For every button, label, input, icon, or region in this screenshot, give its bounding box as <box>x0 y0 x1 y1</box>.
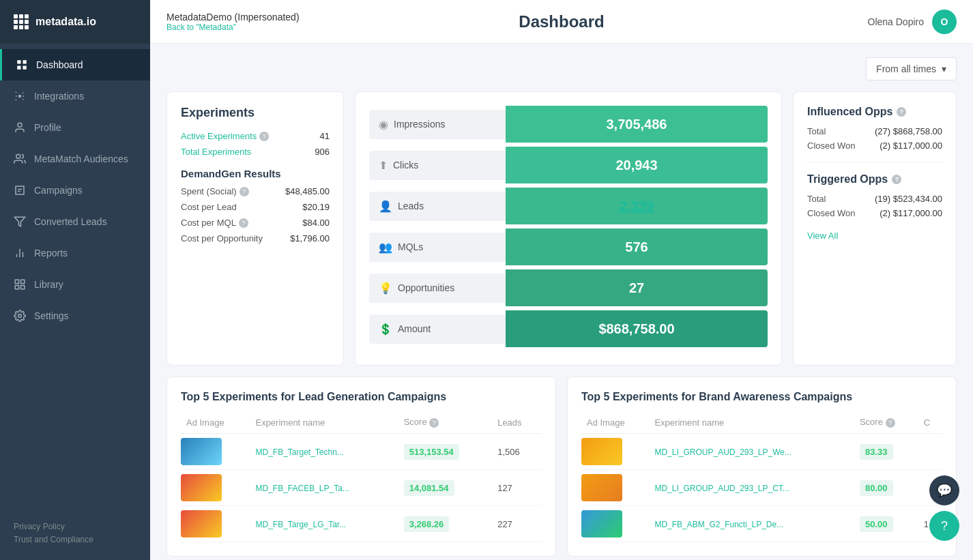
influenced-total-value: (27) $868,758.00 <box>875 126 942 136</box>
avatar[interactable]: O <box>932 10 957 34</box>
demandgen-title: DemandGen Results <box>181 168 330 179</box>
score-cell: 14,081.54 <box>398 470 492 506</box>
help-button[interactable]: ? <box>929 511 959 541</box>
sidebar-item-converted-leads[interactable]: Converted Leads <box>0 206 150 237</box>
ad-thumbnail <box>581 510 622 537</box>
filter-icon <box>14 216 26 228</box>
col-experiment-name: Experiment name <box>649 413 854 434</box>
svg-rect-8 <box>15 280 18 283</box>
chat-button[interactable]: 💬 <box>929 475 959 505</box>
table-row: MD_LI_GROUP_AUD_293_LP_CT... 80.00 <box>581 470 942 506</box>
funnel-leads-row: 👤 Leads 2,339 <box>369 188 768 224</box>
col-ad-image: Ad Image <box>181 413 250 434</box>
svg-rect-9 <box>21 280 25 283</box>
opps-card: Influenced Opps ? Total (27) $868,758.00… <box>793 91 957 366</box>
exp-name-cell: MD_FB_Target_Techn... <box>250 434 398 470</box>
funnel-mqls-bar: 576 <box>506 229 768 265</box>
active-experiments-label[interactable]: Active Experiments ? <box>181 131 269 141</box>
triggered-closed-value: (2) $117,000.00 <box>880 208 942 218</box>
score-badge: 3,268.26 <box>404 516 450 532</box>
sidebar-item-settings[interactable]: Settings <box>0 300 150 331</box>
ad-image-cell <box>581 434 649 470</box>
funnel-opportunities-label: 💡 Opportunities <box>369 274 506 303</box>
trust-link[interactable]: Trust and Compliance <box>14 535 93 544</box>
cards-row: Experiments Active Experiments ? 41 Tota… <box>166 91 957 366</box>
leads-value-link[interactable]: 2,339 <box>620 198 654 214</box>
sidebar-item-profile[interactable]: Profile <box>0 112 150 143</box>
logo-icon <box>14 14 29 29</box>
col-ad-image: Ad Image <box>581 413 649 434</box>
privacy-link[interactable]: Privacy Policy <box>14 522 65 531</box>
funnel-amount-bar: $868,758.00 <box>506 310 768 347</box>
score-badge: 80.00 <box>860 480 893 496</box>
exp-name-cell: MD_FB_ABM_G2_Functi_LP_De... <box>649 506 854 542</box>
cost-opp-label: Cost per Opportunity <box>181 233 263 244</box>
funnel-leads-label: 👤 Leads <box>369 192 506 221</box>
sidebar-item-integrations[interactable]: Integrations <box>0 80 150 112</box>
mqls-icon: 👥 <box>379 241 392 254</box>
spent-info-icon[interactable]: ? <box>239 187 249 196</box>
sidebar-item-campaigns[interactable]: Campaigns <box>0 175 150 206</box>
cost-lead-label: Cost per Lead <box>181 202 237 212</box>
sidebar-item-metamatch[interactable]: MetaMatch Audiences <box>0 143 150 175</box>
funnel-mqls-label: 👥 MQLs <box>369 233 506 262</box>
score-info-icon[interactable]: ? <box>886 418 895 428</box>
back-link[interactable]: Back to "Metadata" <box>166 23 300 32</box>
svg-rect-2 <box>17 66 20 70</box>
time-filter-dropdown[interactable]: From all times ▾ <box>866 57 957 80</box>
exp-name-link[interactable]: MD_FB_FACEB_LP_Ta... <box>255 484 349 493</box>
svg-rect-11 <box>21 286 25 289</box>
leads-icon: 👤 <box>379 200 392 213</box>
dashboard-icon <box>16 59 28 71</box>
total-experiments-value: 906 <box>315 147 330 157</box>
funnel-clicks-bar: 20,943 <box>506 147 768 183</box>
col-score: Score ? <box>854 413 918 434</box>
svg-rect-0 <box>17 60 20 63</box>
sidebar-item-library[interactable]: Library <box>0 269 150 300</box>
table-row: MD_FB_Target_Techn... 513,153.54 1,506 <box>181 434 542 470</box>
exp-name-cell: MD_LI_GROUP_AUD_293_LP_CT... <box>649 470 854 506</box>
sidebar: metadata.io Dashboard Integrations Profi… <box>0 0 150 560</box>
funnel-mqls-row: 👥 MQLs 576 <box>369 229 768 265</box>
filter-label: From all times <box>876 63 936 74</box>
exp-name-link[interactable]: MD_FB_ABM_G2_Functi_LP_De... <box>654 520 783 529</box>
total-experiments-label[interactable]: Total Experiments <box>181 147 251 157</box>
sidebar-item-dashboard[interactable]: Dashboard <box>0 49 150 80</box>
topbar: MetadataDemo (Impersonated) Back to "Met… <box>150 0 973 44</box>
sidebar-logo[interactable]: metadata.io <box>0 0 150 44</box>
metamatch-icon <box>14 153 26 165</box>
lead-gen-title: Top 5 Experiments for Lead Generation Ca… <box>181 391 542 403</box>
leads-cell: 127 <box>492 470 542 506</box>
sidebar-item-reports[interactable]: Reports <box>0 237 150 269</box>
svg-point-4 <box>18 95 22 98</box>
exp-name-link[interactable]: MD_FB_Target_Techn... <box>255 447 343 457</box>
experiments-card: Experiments Active Experiments ? 41 Tota… <box>166 91 344 366</box>
content-area: From all times ▾ Experiments Active Expe… <box>150 44 973 560</box>
svg-point-12 <box>18 314 22 318</box>
cost-mql-label: Cost per MQL ? <box>181 218 248 228</box>
exp-name-cell: MD_FB_Targe_LG_Tar... <box>250 506 398 542</box>
sidebar-item-label: Integrations <box>34 91 84 102</box>
page-title: Dashboard <box>519 12 604 31</box>
exp-name-link[interactable]: MD_LI_GROUP_AUD_293_LP_We... <box>654 447 792 457</box>
triggered-opps-info-icon[interactable]: ? <box>892 175 901 184</box>
topbar-right: Olena Dopiro O <box>868 10 957 34</box>
score-cell: 80.00 <box>854 470 918 506</box>
influenced-closed-value: (2) $117,000.00 <box>880 141 942 151</box>
exp-name-cell: MD_FB_FACEB_LP_Ta... <box>250 470 398 506</box>
score-cell: 83.33 <box>854 434 918 470</box>
brand-awareness-table-card: Top 5 Experiments for Brand Awareness Ca… <box>567 377 957 557</box>
influenced-opps-info-icon[interactable]: ? <box>897 107 906 117</box>
opps-divider <box>807 162 942 162</box>
active-experiments-info-icon[interactable]: ? <box>259 132 269 141</box>
cost-mql-info-icon[interactable]: ? <box>239 218 248 228</box>
exp-name-link[interactable]: MD_FB_Targe_LG_Tar... <box>255 520 346 529</box>
cost-lead-value: $20.19 <box>302 202 330 212</box>
view-all-link[interactable]: View All <box>807 231 838 241</box>
brand-awareness-title: Top 5 Experiments for Brand Awareness Ca… <box>581 391 942 403</box>
score-info-icon[interactable]: ? <box>429 418 439 428</box>
cost-opp-row: Cost per Opportunity $1,796.00 <box>181 233 330 244</box>
exp-name-link[interactable]: MD_LI_GROUP_AUD_293_LP_CT... <box>654 484 789 493</box>
experiments-title: Experiments <box>181 106 330 120</box>
svg-rect-1 <box>23 60 27 63</box>
